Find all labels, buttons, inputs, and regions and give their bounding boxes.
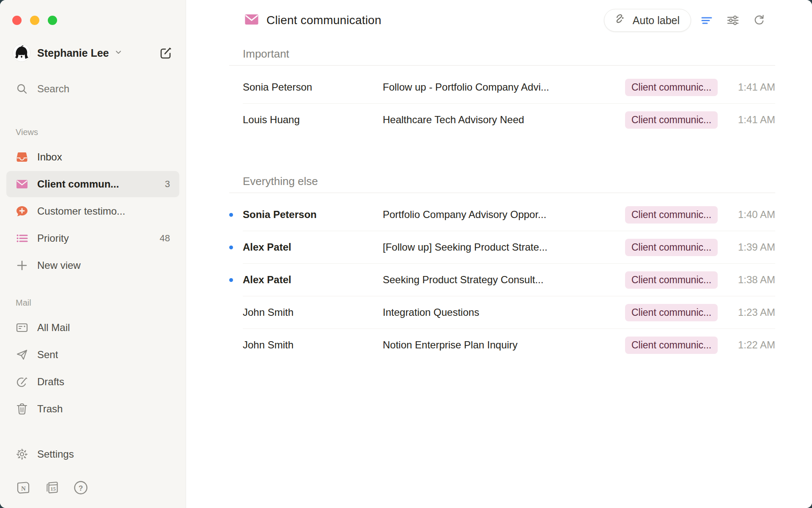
sidebar-item-label: Settings bbox=[37, 448, 74, 460]
sidebar-item-new-view[interactable]: New view bbox=[6, 252, 179, 279]
email-subject: Portfolio Company Advisory Oppor... bbox=[383, 209, 625, 221]
email-sender: Alex Patel bbox=[243, 274, 383, 286]
search-button[interactable]: Search bbox=[6, 76, 179, 102]
email-subject: Seeking Product Strategy Consult... bbox=[383, 274, 625, 286]
email-subject: Integration Questions bbox=[383, 306, 625, 318]
email-sender: Alex Patel bbox=[243, 241, 383, 253]
view-title-group: Client communication bbox=[244, 12, 381, 29]
refresh-icon[interactable] bbox=[749, 10, 770, 31]
window-controls bbox=[12, 16, 57, 25]
email-row[interactable]: Sonia Peterson Follow up - Portfolio Com… bbox=[229, 71, 775, 103]
unread-count: 3 bbox=[165, 179, 170, 190]
email-row[interactable]: Alex Patel Seeking Product Strategy Cons… bbox=[229, 264, 775, 296]
email-row[interactable]: Alex Patel [Follow up] Seeking Product S… bbox=[229, 231, 775, 263]
search-label: Search bbox=[37, 83, 69, 95]
email-time: 1:41 AM bbox=[729, 81, 775, 93]
email-sender: John Smith bbox=[243, 339, 383, 351]
email-row[interactable]: John Smith Notion Enterprise Plan Inquir… bbox=[229, 329, 775, 361]
trash-icon bbox=[16, 403, 28, 415]
sidebar-item-label: Sent bbox=[37, 349, 58, 361]
sidebar-item-label: Priority bbox=[37, 232, 69, 244]
user-name: Stephanie Lee bbox=[37, 47, 109, 59]
header-actions: Auto label bbox=[604, 9, 770, 32]
main-header: Client communication Auto label bbox=[186, 0, 812, 41]
sidebar-footer: N 15 ? bbox=[0, 471, 186, 508]
label-badge: Client communic... bbox=[625, 304, 718, 321]
avatar bbox=[13, 44, 30, 62]
views-section-label: Views bbox=[16, 127, 186, 137]
email-time: 1:22 AM bbox=[729, 339, 775, 351]
compose-button[interactable] bbox=[159, 46, 173, 60]
sidebar-item-priority[interactable]: Priority 48 bbox=[6, 225, 179, 251]
all-mail-icon bbox=[16, 321, 28, 334]
plus-icon bbox=[16, 259, 28, 272]
auto-label-text: Auto label bbox=[633, 14, 680, 27]
email-sender: Louis Huang bbox=[243, 114, 383, 126]
draft-pencil-icon bbox=[16, 375, 28, 388]
sliders-icon[interactable] bbox=[722, 10, 743, 31]
label-badge: Client communic... bbox=[625, 239, 718, 256]
sidebar-item-sent[interactable]: Sent bbox=[6, 342, 179, 368]
label-badge: Client communic... bbox=[625, 79, 718, 96]
label-badge: Client communic... bbox=[625, 271, 718, 289]
email-subject: Notion Enterprise Plan Inquiry bbox=[383, 339, 625, 351]
sidebar-bottom: Settings N 15 bbox=[0, 441, 186, 508]
unread-dot bbox=[229, 278, 233, 282]
email-subject: Follow up - Portfolio Company Advi... bbox=[383, 81, 625, 93]
app-window: Stephanie Lee Search Views bbox=[0, 0, 812, 508]
sidebar: Stephanie Lee Search Views bbox=[0, 0, 186, 508]
auto-label-wand-icon bbox=[614, 12, 627, 28]
minimize-window-button[interactable] bbox=[30, 16, 39, 25]
svg-text:15: 15 bbox=[50, 486, 56, 492]
email-time: 1:39 AM bbox=[729, 241, 775, 253]
page-title: Client communication bbox=[266, 14, 381, 27]
label-badge: Client communic... bbox=[625, 111, 718, 129]
sidebar-item-customer-testimonials[interactable]: Customer testimo... bbox=[6, 198, 179, 224]
email-row[interactable]: Sonia Peterson Portfolio Company Advisor… bbox=[229, 199, 775, 231]
sidebar-item-trash[interactable]: Trash bbox=[6, 396, 179, 422]
email-time: 1:40 AM bbox=[729, 209, 775, 221]
email-sender: Sonia Peterson bbox=[243, 81, 383, 93]
sidebar-item-label: Inbox bbox=[37, 151, 62, 163]
sidebar-item-label: New view bbox=[37, 260, 81, 271]
chevron-down-icon bbox=[114, 48, 123, 58]
section-title-important: Important bbox=[243, 47, 775, 61]
svg-text:?: ? bbox=[79, 484, 83, 492]
auto-label-button[interactable]: Auto label bbox=[604, 9, 691, 32]
unread-dot bbox=[229, 246, 233, 249]
label-badge: Client communic... bbox=[625, 206, 718, 224]
sidebar-item-inbox[interactable]: Inbox bbox=[6, 144, 179, 170]
sidebar-item-settings[interactable]: Settings bbox=[6, 441, 179, 467]
sidebar-item-client-communication[interactable]: Client commun... 3 bbox=[6, 171, 179, 197]
paper-plane-icon bbox=[16, 348, 28, 361]
priority-count: 48 bbox=[160, 233, 170, 244]
mail-section-label: Mail bbox=[16, 298, 186, 308]
sidebar-item-all-mail[interactable]: All Mail bbox=[6, 315, 179, 341]
email-row[interactable]: Louis Huang Healthcare Tech Advisory Nee… bbox=[229, 104, 775, 136]
email-time: 1:38 AM bbox=[729, 274, 775, 286]
unread-dot bbox=[229, 213, 233, 217]
section-rows-important: Sonia Peterson Follow up - Portfolio Com… bbox=[229, 66, 775, 136]
filter-icon[interactable] bbox=[696, 10, 717, 31]
zoom-window-button[interactable] bbox=[48, 16, 57, 25]
sidebar-item-label: Trash bbox=[37, 403, 63, 415]
envelope-icon bbox=[16, 178, 28, 190]
help-icon[interactable]: ? bbox=[73, 480, 88, 495]
inbox-icon bbox=[16, 151, 28, 163]
notion-calendar-icon[interactable]: 15 bbox=[44, 480, 60, 495]
sidebar-item-drafts[interactable]: Drafts bbox=[6, 369, 179, 395]
label-badge: Client communic... bbox=[625, 337, 718, 354]
account-switcher[interactable]: Stephanie Lee bbox=[13, 44, 173, 62]
email-row[interactable]: John Smith Integration Questions Client … bbox=[229, 296, 775, 329]
email-sender: John Smith bbox=[243, 306, 383, 318]
sidebar-item-label: All Mail bbox=[37, 322, 70, 334]
priority-list-icon bbox=[16, 232, 28, 245]
notion-logo-icon[interactable]: N bbox=[16, 480, 31, 495]
testimonial-bubble-icon bbox=[16, 205, 28, 218]
close-window-button[interactable] bbox=[12, 16, 22, 25]
search-icon bbox=[16, 83, 28, 95]
email-subject: [Follow up] Seeking Product Strate... bbox=[383, 241, 625, 253]
svg-text:N: N bbox=[21, 485, 26, 492]
email-sender: Sonia Peterson bbox=[243, 209, 383, 221]
sidebar-item-label: Client commun... bbox=[37, 178, 119, 190]
